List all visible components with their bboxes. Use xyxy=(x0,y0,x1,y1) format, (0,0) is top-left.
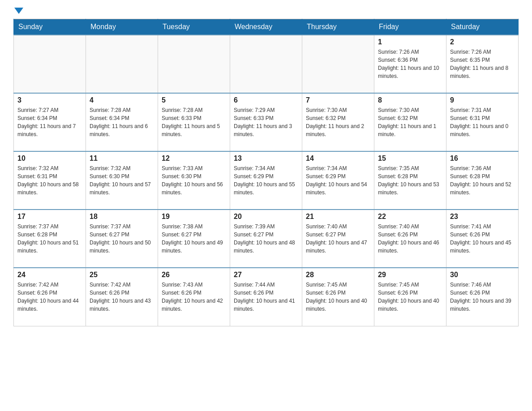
day-number: 8 xyxy=(378,96,442,104)
calendar-cell xyxy=(302,35,374,93)
day-info: Sunrise: 7:44 AM Sunset: 6:26 PM Dayligh… xyxy=(234,281,298,313)
day-info: Sunrise: 7:40 AM Sunset: 6:27 PM Dayligh… xyxy=(306,223,370,255)
day-info: Sunrise: 7:30 AM Sunset: 6:32 PM Dayligh… xyxy=(378,106,442,138)
day-number: 26 xyxy=(162,271,226,279)
calendar-cell: 4Sunrise: 7:28 AM Sunset: 6:34 PM Daylig… xyxy=(86,93,158,151)
calendar-cell xyxy=(14,35,86,93)
calendar-cell: 17Sunrise: 7:37 AM Sunset: 6:28 PM Dayli… xyxy=(14,210,86,268)
day-info: Sunrise: 7:37 AM Sunset: 6:27 PM Dayligh… xyxy=(90,223,154,255)
day-number: 19 xyxy=(162,213,226,221)
calendar-cell: 5Sunrise: 7:28 AM Sunset: 6:33 PM Daylig… xyxy=(158,93,230,151)
day-info: Sunrise: 7:42 AM Sunset: 6:26 PM Dayligh… xyxy=(17,281,82,313)
day-number: 15 xyxy=(378,154,442,163)
calendar-cell: 16Sunrise: 7:36 AM Sunset: 6:28 PM Dayli… xyxy=(446,151,519,210)
day-info: Sunrise: 7:36 AM Sunset: 6:28 PM Dayligh… xyxy=(450,164,515,197)
calendar-cell xyxy=(230,35,302,93)
day-number: 13 xyxy=(234,154,298,163)
calendar-header-row: SundayMondayTuesdayWednesdayThursdayFrid… xyxy=(14,19,519,35)
day-number: 20 xyxy=(234,213,298,221)
calendar-cell: 8Sunrise: 7:30 AM Sunset: 6:32 PM Daylig… xyxy=(374,93,446,151)
calendar-cell: 11Sunrise: 7:32 AM Sunset: 6:30 PM Dayli… xyxy=(86,151,158,210)
calendar-week-row: 10Sunrise: 7:32 AM Sunset: 6:31 PM Dayli… xyxy=(14,151,519,210)
day-info: Sunrise: 7:27 AM Sunset: 6:34 PM Dayligh… xyxy=(17,106,82,138)
day-number: 18 xyxy=(90,213,154,221)
day-info: Sunrise: 7:32 AM Sunset: 6:31 PM Dayligh… xyxy=(17,164,82,197)
calendar-cell: 19Sunrise: 7:38 AM Sunset: 6:27 PM Dayli… xyxy=(158,210,230,268)
day-info: Sunrise: 7:34 AM Sunset: 6:29 PM Dayligh… xyxy=(234,164,298,197)
day-of-week-header: Friday xyxy=(374,19,446,35)
day-info: Sunrise: 7:29 AM Sunset: 6:33 PM Dayligh… xyxy=(234,106,298,138)
day-number: 23 xyxy=(450,213,515,221)
calendar-cell: 25Sunrise: 7:42 AM Sunset: 6:26 PM Dayli… xyxy=(86,268,158,326)
calendar-cell: 1Sunrise: 7:26 AM Sunset: 6:36 PM Daylig… xyxy=(374,35,446,93)
calendar-cell: 3Sunrise: 7:27 AM Sunset: 6:34 PM Daylig… xyxy=(14,93,86,151)
day-info: Sunrise: 7:31 AM Sunset: 6:31 PM Dayligh… xyxy=(450,106,515,138)
calendar-week-row: 24Sunrise: 7:42 AM Sunset: 6:26 PM Dayli… xyxy=(14,268,519,326)
day-number: 25 xyxy=(90,271,154,279)
calendar-cell: 13Sunrise: 7:34 AM Sunset: 6:29 PM Dayli… xyxy=(230,151,302,210)
day-info: Sunrise: 7:43 AM Sunset: 6:26 PM Dayligh… xyxy=(162,281,226,313)
day-info: Sunrise: 7:32 AM Sunset: 6:30 PM Dayligh… xyxy=(90,164,154,197)
day-number: 24 xyxy=(17,271,82,279)
day-info: Sunrise: 7:42 AM Sunset: 6:26 PM Dayligh… xyxy=(90,281,154,313)
day-number: 5 xyxy=(162,96,226,104)
day-info: Sunrise: 7:34 AM Sunset: 6:29 PM Dayligh… xyxy=(306,164,370,197)
calendar-cell xyxy=(86,35,158,93)
day-number: 29 xyxy=(378,271,442,279)
day-info: Sunrise: 7:45 AM Sunset: 6:26 PM Dayligh… xyxy=(306,281,370,313)
calendar-cell: 24Sunrise: 7:42 AM Sunset: 6:26 PM Dayli… xyxy=(14,268,86,326)
calendar-cell: 27Sunrise: 7:44 AM Sunset: 6:26 PM Dayli… xyxy=(230,268,302,326)
day-number: 22 xyxy=(378,213,442,221)
logo xyxy=(13,9,23,12)
calendar-cell: 20Sunrise: 7:39 AM Sunset: 6:27 PM Dayli… xyxy=(230,210,302,268)
day-of-week-header: Sunday xyxy=(14,19,86,35)
day-of-week-header: Thursday xyxy=(302,19,374,35)
calendar-cell: 21Sunrise: 7:40 AM Sunset: 6:27 PM Dayli… xyxy=(302,210,374,268)
day-info: Sunrise: 7:45 AM Sunset: 6:26 PM Dayligh… xyxy=(378,281,442,313)
day-info: Sunrise: 7:38 AM Sunset: 6:27 PM Dayligh… xyxy=(162,223,226,255)
calendar-cell: 18Sunrise: 7:37 AM Sunset: 6:27 PM Dayli… xyxy=(86,210,158,268)
day-number: 9 xyxy=(450,96,515,104)
day-info: Sunrise: 7:37 AM Sunset: 6:28 PM Dayligh… xyxy=(17,223,82,255)
calendar-cell: 10Sunrise: 7:32 AM Sunset: 6:31 PM Dayli… xyxy=(14,151,86,210)
day-number: 11 xyxy=(90,154,154,163)
day-info: Sunrise: 7:39 AM Sunset: 6:27 PM Dayligh… xyxy=(234,223,298,255)
day-number: 7 xyxy=(306,96,370,104)
day-number: 2 xyxy=(450,38,515,46)
day-of-week-header: Tuesday xyxy=(158,19,230,35)
calendar-cell: 6Sunrise: 7:29 AM Sunset: 6:33 PM Daylig… xyxy=(230,93,302,151)
day-info: Sunrise: 7:33 AM Sunset: 6:30 PM Dayligh… xyxy=(162,164,226,197)
day-number: 4 xyxy=(90,96,154,104)
calendar-cell: 30Sunrise: 7:46 AM Sunset: 6:26 PM Dayli… xyxy=(446,268,519,326)
calendar-week-row: 3Sunrise: 7:27 AM Sunset: 6:34 PM Daylig… xyxy=(14,93,519,151)
day-number: 10 xyxy=(17,154,82,163)
calendar-cell: 23Sunrise: 7:41 AM Sunset: 6:26 PM Dayli… xyxy=(446,210,519,268)
logo-triangle-icon xyxy=(14,8,23,14)
day-number: 3 xyxy=(17,96,82,104)
calendar-cell xyxy=(158,35,230,93)
day-info: Sunrise: 7:41 AM Sunset: 6:26 PM Dayligh… xyxy=(450,223,515,255)
day-number: 1 xyxy=(378,38,442,46)
calendar-week-row: 1Sunrise: 7:26 AM Sunset: 6:36 PM Daylig… xyxy=(14,35,519,93)
day-info: Sunrise: 7:26 AM Sunset: 6:36 PM Dayligh… xyxy=(378,48,442,80)
day-info: Sunrise: 7:30 AM Sunset: 6:32 PM Dayligh… xyxy=(306,106,370,138)
calendar-cell: 2Sunrise: 7:26 AM Sunset: 6:35 PM Daylig… xyxy=(446,35,519,93)
day-number: 6 xyxy=(234,96,298,104)
calendar-table: SundayMondayTuesdayWednesdayThursdayFrid… xyxy=(13,19,519,326)
day-number: 16 xyxy=(450,154,515,163)
day-of-week-header: Saturday xyxy=(446,19,519,35)
day-number: 27 xyxy=(234,271,298,279)
day-number: 21 xyxy=(306,213,370,221)
calendar-cell: 9Sunrise: 7:31 AM Sunset: 6:31 PM Daylig… xyxy=(446,93,519,151)
day-info: Sunrise: 7:40 AM Sunset: 6:26 PM Dayligh… xyxy=(378,223,442,255)
calendar-cell: 12Sunrise: 7:33 AM Sunset: 6:30 PM Dayli… xyxy=(158,151,230,210)
day-of-week-header: Wednesday xyxy=(230,19,302,35)
day-number: 30 xyxy=(450,271,515,279)
day-number: 14 xyxy=(306,154,370,163)
calendar-cell: 7Sunrise: 7:30 AM Sunset: 6:32 PM Daylig… xyxy=(302,93,374,151)
page-header xyxy=(13,9,519,12)
day-info: Sunrise: 7:28 AM Sunset: 6:34 PM Dayligh… xyxy=(90,106,154,138)
day-info: Sunrise: 7:28 AM Sunset: 6:33 PM Dayligh… xyxy=(162,106,226,138)
calendar-cell: 15Sunrise: 7:35 AM Sunset: 6:28 PM Dayli… xyxy=(374,151,446,210)
calendar-cell: 22Sunrise: 7:40 AM Sunset: 6:26 PM Dayli… xyxy=(374,210,446,268)
